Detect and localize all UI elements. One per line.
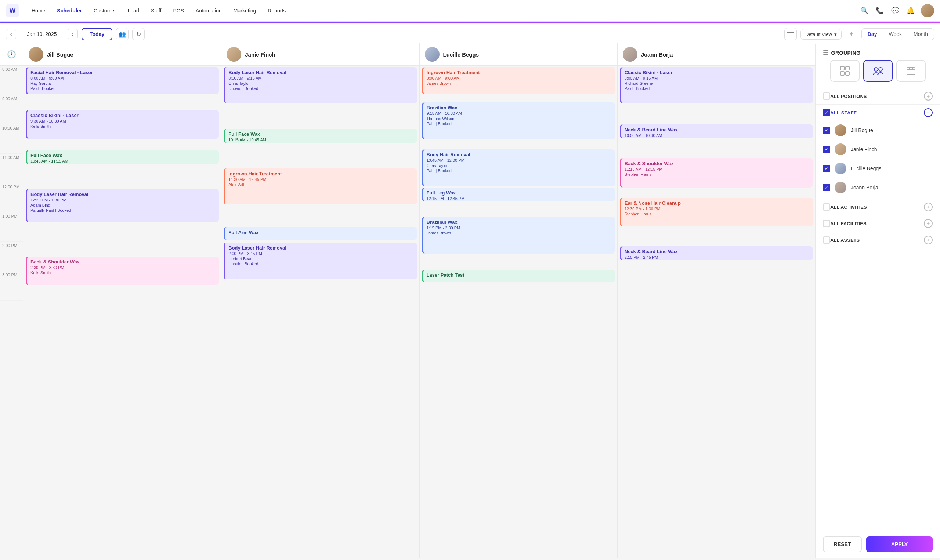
- all-positions-add-button[interactable]: +: [924, 92, 933, 100]
- nav-lead[interactable]: Lead: [123, 5, 144, 17]
- appt-ear-nose-joann[interactable]: Ear & Nose Hair Cleanup 12:30 PM - 1:30 …: [620, 198, 813, 226]
- jill-checkbox[interactable]: ✓: [823, 127, 830, 134]
- whatsapp-icon[interactable]: 💬: [890, 6, 900, 16]
- appt-brazilian-lucille[interactable]: Brazilian Wax 9:15 AM - 10:30 AM Thomas …: [422, 102, 615, 139]
- appt-time: 9:30 AM - 10:30 AM: [31, 119, 216, 123]
- tab-week[interactable]: Week: [883, 29, 908, 40]
- nav-customer[interactable]: Customer: [88, 5, 121, 17]
- appt-full-face-janie[interactable]: Full Face Wax 10:15 AM - 10:45 AM: [223, 129, 417, 143]
- apply-button[interactable]: APPLY: [866, 536, 933, 552]
- all-assets-checkbox[interactable]: [823, 236, 830, 244]
- nav-marketing[interactable]: Marketing: [228, 5, 261, 17]
- appt-time: 8:00 AM - 9:15 AM: [624, 76, 810, 80]
- appt-facial-hair-jill[interactable]: Facial Hair Removal - Laser 8:00 AM - 9:…: [26, 67, 219, 94]
- all-staff-row[interactable]: ✓ ALL STAFF −: [815, 104, 940, 121]
- staff-select-button[interactable]: 👥: [116, 28, 128, 40]
- time-12pm: 12:00 PM: [0, 183, 23, 212]
- all-positions-label: ALL POSITIONS: [830, 94, 924, 99]
- appt-body-laser-jill[interactable]: Body Laser Hair Removal 12:20 PM - 1:30 …: [26, 189, 219, 222]
- staff-header: 🕐 Jill Bogue Janie Finch Lucille Beggs J…: [0, 43, 815, 66]
- all-assets-add-button[interactable]: +: [924, 235, 933, 245]
- appt-body-laser-janie[interactable]: Body Laser Hair Removal 8:00 AM - 9:15 A…: [223, 67, 417, 103]
- phone-icon[interactable]: 📞: [875, 6, 885, 16]
- all-facilities-add-button[interactable]: +: [924, 219, 933, 228]
- all-activities-add-button[interactable]: +: [924, 203, 933, 211]
- janie-checkbox[interactable]: ✓: [823, 146, 830, 153]
- staff-row-janie[interactable]: ✓ Janie Finch: [815, 140, 940, 159]
- appt-full-face-wax-jill[interactable]: Full Face Wax 10:45 AM - 11:15 AM: [26, 150, 219, 164]
- appt-brazilian2-lucille[interactable]: Brazilian Wax 1:15 PM - 2:30 PM James Br…: [422, 217, 615, 254]
- user-avatar[interactable]: [921, 4, 934, 17]
- grid-view-button[interactable]: [830, 60, 860, 82]
- appt-body-laser2-janie[interactable]: Body Laser Hair Removal 2:00 PM - 3:15 P…: [223, 243, 417, 279]
- all-positions-checkbox[interactable]: [823, 92, 830, 100]
- appt-full-arm-janie[interactable]: Full Arm Wax: [223, 227, 417, 240]
- all-assets-row[interactable]: ALL ASSETS +: [815, 232, 940, 248]
- appt-classic-bikini-joann[interactable]: Classic Bikini - Laser 8:00 AM - 9:15 AM…: [620, 67, 813, 103]
- reset-button[interactable]: RESET: [823, 536, 862, 552]
- all-facilities-label: ALL FACILITIES: [830, 221, 924, 226]
- all-facilities-checkbox[interactable]: [823, 220, 830, 227]
- nav-staff[interactable]: Staff: [146, 5, 167, 17]
- svg-rect-3: [840, 66, 844, 70]
- nav-home[interactable]: Home: [26, 5, 50, 17]
- appt-neck-beard-joann[interactable]: Neck & Beard Line Wax 10:00 AM - 10:30 A…: [620, 125, 813, 138]
- logo[interactable]: W: [6, 4, 19, 17]
- main-content: 🕐 Jill Bogue Janie Finch Lucille Beggs J…: [0, 43, 940, 558]
- appt-time: 11:30 AM - 12:45 PM: [228, 177, 413, 182]
- staff-row-lucille[interactable]: ✓ Lucille Beggs: [815, 159, 940, 178]
- all-positions-row[interactable]: ALL POSITIONS +: [815, 88, 940, 104]
- all-staff-checkbox[interactable]: ✓: [823, 109, 830, 116]
- tab-day[interactable]: Day: [862, 29, 883, 40]
- nav-pos[interactable]: POS: [168, 5, 189, 17]
- appt-classic-bikini-jill[interactable]: Classic Bikini - Laser 9:30 AM - 10:30 A…: [26, 110, 219, 139]
- staff-row-jill[interactable]: ✓ Jill Bogue: [815, 121, 940, 140]
- favorite-button[interactable]: ✦: [845, 28, 858, 40]
- staff-name-lucille: Lucille Beggs: [443, 51, 479, 58]
- all-activities-row[interactable]: ALL ACTIVITIES +: [815, 198, 940, 215]
- all-staff-collapse-button[interactable]: −: [924, 108, 933, 117]
- prev-date-button[interactable]: ‹: [6, 29, 16, 39]
- tab-month[interactable]: Month: [908, 29, 934, 40]
- accent-line: [0, 22, 940, 23]
- appt-time: 2:00 PM - 3:15 PM: [228, 251, 413, 256]
- search-icon[interactable]: 🔍: [859, 6, 869, 16]
- staff-name-jill: Jill Bogue: [47, 51, 74, 58]
- grouping-label: GROUPING: [831, 50, 861, 56]
- all-facilities-row[interactable]: ALL FACILITIES +: [815, 215, 940, 232]
- nav-scheduler[interactable]: Scheduler: [52, 5, 87, 17]
- staff-col-lucille: Lucille Beggs: [420, 43, 618, 65]
- appt-back-shoulder-joann[interactable]: Back & Shoulder Wax 11:15 AM - 12:15 PM …: [620, 158, 813, 188]
- appt-status: Unpaid | Booked: [228, 262, 413, 266]
- appt-neck-beard2-joann[interactable]: Neck & Beard Line Wax 2:15 PM - 2:45 PM: [620, 246, 813, 260]
- appt-title: Full Face Wax: [228, 131, 413, 137]
- appt-back-shoulder-jill[interactable]: Back & Shoulder Wax 2:30 PM - 3:30 PM Ke…: [26, 257, 219, 285]
- appt-laser-patch-lucille[interactable]: Laser Patch Test: [422, 270, 615, 282]
- lucille-checkbox[interactable]: ✓: [823, 165, 830, 172]
- appt-full-leg-lucille[interactable]: Full Leg Wax 12:15 PM - 12:45 PM: [422, 188, 615, 202]
- top-navigation: W Home Scheduler Customer Lead Staff POS…: [0, 0, 940, 22]
- appt-person: Alex Will: [228, 182, 413, 187]
- appt-title: Full Face Wax: [31, 153, 216, 158]
- appt-title: Laser Patch Test: [427, 272, 612, 278]
- notification-icon[interactable]: 🔔: [906, 6, 916, 16]
- view-select-label: Default View: [805, 32, 832, 37]
- appt-body-hair-lucille[interactable]: Body Hair Removal 10:45 AM - 12:00 PM Ch…: [422, 149, 615, 186]
- staff-avatar-janie: [227, 47, 241, 62]
- today-button[interactable]: Today: [82, 28, 112, 40]
- appt-ingrown-janie[interactable]: Ingrown Hair Treatment 11:30 AM - 12:45 …: [223, 168, 417, 205]
- appt-ingrown-lucille[interactable]: Ingrown Hair Treatment 8:00 AM - 9:00 AM…: [422, 67, 615, 94]
- nav-automation[interactable]: Automation: [191, 5, 227, 17]
- filter-button[interactable]: [784, 28, 797, 40]
- svg-point-8: [879, 68, 882, 71]
- view-select[interactable]: Default View ▾: [800, 29, 841, 40]
- staff-view-button[interactable]: [863, 60, 893, 82]
- all-activities-checkbox[interactable]: [823, 203, 830, 211]
- next-date-button[interactable]: ›: [68, 29, 78, 39]
- calendar-view-button[interactable]: [896, 60, 926, 82]
- staff-row-joann[interactable]: ✓ Joann Borja: [815, 178, 940, 197]
- refresh-button[interactable]: ↻: [132, 28, 145, 40]
- appt-time: 10:45 AM - 12:00 PM: [427, 158, 612, 163]
- joann-checkbox[interactable]: ✓: [823, 184, 830, 191]
- nav-reports[interactable]: Reports: [262, 5, 291, 17]
